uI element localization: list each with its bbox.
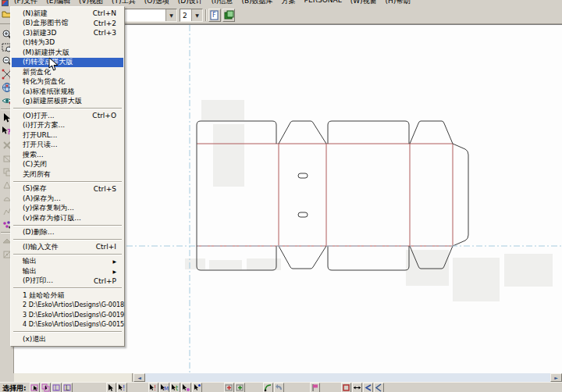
svg-text:L: L (55, 385, 59, 392)
dropdown-arrow-icon[interactable]: ▼ (165, 9, 176, 21)
angle-tool-button[interactable] (363, 383, 373, 392)
rect-tool-button[interactable] (341, 383, 351, 392)
menu-item-print[interactable]: (P)打印...Ctrl+P (12, 276, 123, 287)
scrollbar-gutter (14, 373, 133, 382)
menu-item-delete[interactable]: (D)删除... (12, 228, 123, 238)
select-special-button[interactable] (192, 383, 202, 392)
angle-tool-icon (364, 383, 372, 392)
submenu-arrow-icon: ▶ (112, 269, 116, 274)
menu-item-new-palletization[interactable]: 新货盘化 (12, 67, 123, 77)
menu-item-save-as[interactable]: (A)保存为... (12, 194, 123, 204)
stretch-horizontal-icon (353, 383, 361, 392)
document-icon: F (210, 10, 219, 20)
menu-edit[interactable]: (E)编辑 (46, 0, 70, 6)
svg-text:F: F (212, 12, 216, 19)
menu-item-save[interactable]: (S)保存Ctrl+S (12, 184, 123, 194)
svg-text:t: t (176, 385, 178, 392)
select-intersection-button[interactable]: t (170, 383, 180, 392)
menu-personal[interactable]: PERSONAL (304, 0, 342, 6)
menu-item-new[interactable]: (N)新建Ctrl+N (12, 9, 123, 19)
menu-database[interactable]: (B)数据库 (241, 0, 272, 6)
menu-item-save-copy-as[interactable]: (y)保存复制为... (12, 204, 123, 214)
menu-item-convert-to-palletization[interactable]: 转化为货盘化 (12, 77, 123, 87)
scroll-left-button[interactable]: ◄ (133, 373, 145, 382)
scroll-right-button[interactable]: ► (550, 373, 562, 382)
menu-item-exit[interactable]: (x)退出 (12, 334, 123, 344)
menu-item-close[interactable]: (C)关闭 (12, 160, 123, 170)
select-designs-button[interactable] (30, 383, 40, 392)
undo-move-button[interactable] (274, 383, 284, 392)
move-copy-arrow-button[interactable]: ! (117, 383, 127, 392)
select-midpoint-button[interactable]: M (159, 383, 169, 392)
menu-item-open[interactable]: (O)打开...Ctrl+O (12, 111, 123, 121)
select-quadrant-icon (182, 383, 190, 392)
select-layout-alt-button[interactable]: L (62, 383, 73, 392)
menu-item-import-file[interactable]: (I)输入文件Ctrl+I (12, 242, 123, 252)
menubar: (F)文件 (E)编辑 (V)视图 (T)工具 (O)选项 (D)设计 (I)信… (0, 0, 562, 6)
menu-item-outputs-1[interactable]: 输出▶ (12, 257, 123, 267)
add-red-icon (225, 383, 233, 392)
menu-help[interactable]: (H)帮助 (386, 0, 411, 6)
svg-text:M: M (164, 386, 169, 392)
menu-tools[interactable]: (T)工具 (112, 0, 136, 6)
menu-separator (13, 287, 122, 289)
tag-flag-button[interactable] (310, 383, 320, 392)
select-components-button[interactable] (41, 383, 51, 392)
stretch-horizontal-button[interactable] (352, 383, 362, 392)
menu-item-box-library[interactable]: (B)盒形图书馆Ctrl+2 (12, 19, 123, 29)
rect-tool-icon (342, 383, 350, 392)
menu-item-new-layout[interactable]: (M)新建拼大版 (12, 48, 123, 58)
menu-item-save-as-revision[interactable]: (v)保存为修订版... (12, 213, 123, 223)
angle-left-icon (375, 383, 383, 392)
app-icon (2, 0, 9, 6)
menu-info[interactable]: (I)信息 (212, 0, 233, 6)
select-layout-icon: L (52, 383, 61, 392)
menu-view[interactable]: (V)视图 (79, 0, 103, 6)
add-red-button[interactable] (224, 383, 234, 392)
undo-arrow-icon (275, 383, 283, 392)
move-arrow-icon (107, 383, 116, 392)
menu-separator (13, 254, 122, 255)
dropdown-arrow-icon[interactable]: ▼ (191, 9, 202, 21)
select-quadrant-button[interactable] (181, 383, 191, 392)
menu-item-convert-to-3d[interactable]: (t)转为3D (12, 38, 123, 48)
menu-item-new-3d[interactable]: (3)新建3DCtrl+3 (12, 28, 123, 38)
menu-options[interactable]: (O)选项 (144, 0, 169, 6)
menu-item-outputs-2[interactable]: 输出▶ (12, 266, 123, 276)
menu-item-open-readonly[interactable]: 打开只读... (12, 141, 123, 151)
select-components-icon (41, 383, 50, 392)
menu-item-recent-1[interactable]: 1 娃哈哈外箱 (12, 290, 123, 301)
move-copy-arrow-icon: ! (118, 383, 126, 392)
menu-project[interactable]: 方案 (282, 0, 296, 6)
menu-item-search[interactable]: 搜索... (12, 150, 123, 160)
menu-item-recent-2[interactable]: 2 D:\Esko\Artios\Designs\G-0018 (12, 301, 123, 311)
menu-item-recent-3[interactable]: 3 D:\Esko\Artios\Designs\G-0019 (12, 310, 123, 320)
menu-design[interactable]: (D)设计 (178, 0, 203, 6)
menu-item-convert-to-layout[interactable]: (f)转变成拼大版 (12, 58, 123, 68)
menu-separator (13, 225, 122, 226)
menu-separator (13, 181, 122, 183)
select-layout-button[interactable]: L (52, 383, 62, 392)
menu-item-standard-sheet-sizes[interactable]: (a)标准纸张规格 (12, 87, 123, 97)
scrollbar-track[interactable] (145, 373, 550, 382)
menu-item-close-all[interactable]: 关闭所有 (12, 169, 123, 180)
svg-text:!: ! (154, 385, 156, 392)
select-point-icon: ! (149, 383, 158, 392)
menu-item-open-url[interactable]: 打开URL... (12, 130, 123, 141)
add-green-button[interactable] (235, 383, 245, 392)
menu-file[interactable]: (F)文件 (14, 0, 37, 6)
menu-window[interactable]: (W)视窗 (350, 0, 377, 6)
select-designs-icon (30, 383, 39, 392)
menu-separator (13, 108, 122, 109)
scale-combo[interactable]: 2 ▼ (180, 9, 203, 22)
document-properties-button[interactable]: F (208, 9, 221, 22)
toolbar-separator (205, 9, 207, 21)
menu-item-open-project[interactable]: (i)打开方案... (12, 121, 123, 131)
layers-button[interactable] (222, 9, 235, 22)
angle-left-button[interactable] (374, 383, 384, 392)
arc-tool-button[interactable] (263, 383, 273, 392)
move-arrow-button[interactable] (106, 383, 116, 392)
menu-item-new-board-layout[interactable]: (g)新建层板拼大版 (12, 97, 123, 107)
select-point-button[interactable]: ! (148, 383, 158, 392)
menu-item-recent-4[interactable]: 4 D:\Esko\Artios\Designs\G-0015 (12, 320, 123, 330)
